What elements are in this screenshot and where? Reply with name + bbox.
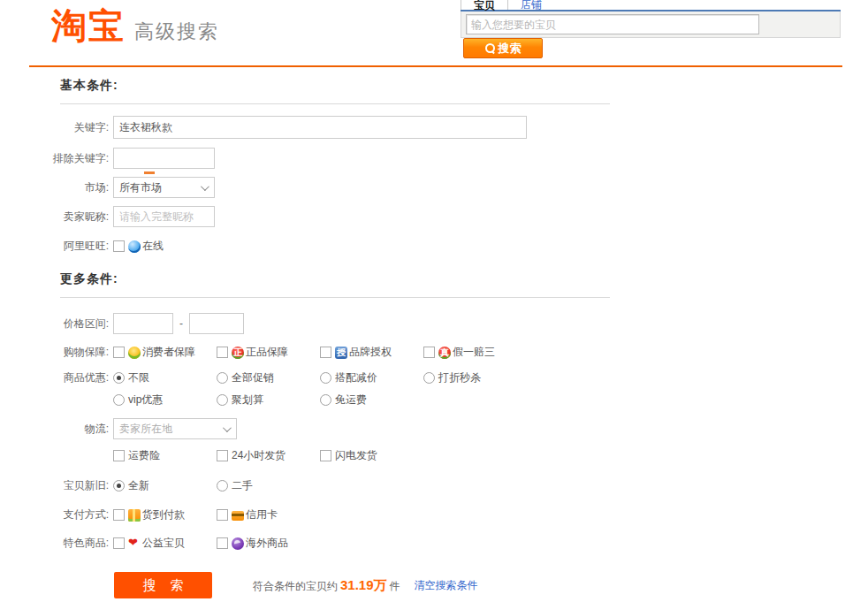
brand-authorization-checkbox[interactable] [320,347,331,358]
charity-items-checkbox[interactable] [113,537,125,549]
chevron-down-icon [223,423,232,432]
special-items-row: 特色商品: 公益宝贝 海外商品 [49,536,668,551]
tooltip-pointer [144,171,155,174]
authentic-badge-icon: 正 [232,347,244,359]
juhuasuan-radio[interactable] [217,394,228,406]
advanced-search-page: 淘宝 高级搜索 宝贝 店铺 搜索 基本条件: 关键字: 排除关键字: [0,0,868,602]
free-shipping-radio[interactable] [320,394,331,406]
authentic-guarantee-checkbox[interactable] [217,347,228,358]
special-items-label: 特色商品: [49,536,113,551]
option-overseas-items[interactable]: 海外商品 [217,536,320,551]
exclude-keyword-label: 排除关键字: [49,151,113,166]
vip-discount-radio[interactable] [113,394,125,406]
option-fake-one-pay-three[interactable]: 真 假一赔三 [423,345,527,360]
discount-label: 商品优惠: [49,370,113,385]
seller-nick-label: 卖家昵称: [49,210,113,225]
logistics-select[interactable]: 卖家所在地 [113,418,237,439]
credit-card-checkbox[interactable] [217,509,228,521]
exclude-keyword-input[interactable] [113,148,215,169]
logistics-options: 运费险 24小时发货 闪电发货 [113,448,423,463]
mini-search-button[interactable]: 搜索 [463,38,543,58]
discount-options-row2: vip优惠 聚划算 免运费 [113,392,423,408]
genuine-badge-icon: 真 [438,347,451,359]
market-select[interactable]: 所有市场 [113,177,215,198]
page-header: 淘宝 高级搜索 宝贝 店铺 搜索 [0,0,868,66]
bundle-discount-radio[interactable] [320,372,331,384]
payment-options: 货到付款 信用卡 [113,507,320,522]
price-min-input[interactable] [113,313,173,334]
search-form: 基本条件: 关键字: 排除关键字: 市场: 所有市场 卖家昵称: 阿里旺旺: [49,78,668,598]
price-range-label: 价格区间: [49,316,113,331]
taobao-logo-text: 淘宝 [51,7,126,44]
option-juhuasuan[interactable]: 聚划算 [217,392,320,408]
cash-on-delivery-icon [128,509,141,522]
mini-search-input[interactable] [466,14,759,34]
credit-card-icon [232,511,244,521]
option-credit-card[interactable]: 信用卡 [217,507,320,522]
flash-sale-radio[interactable] [423,372,435,384]
option-second-hand[interactable]: 二手 [217,478,320,493]
market-row: 市场: 所有市场 [49,177,668,198]
wangwang-row: 阿里旺旺: 在线 [49,239,668,254]
seller-nick-row: 卖家昵称: [49,206,668,227]
condition-options: 全新 二手 [113,478,320,493]
tab-item[interactable]: 宝贝 [461,0,508,10]
special-options: 公益宝贝 海外商品 [113,536,320,551]
second-hand-radio[interactable] [217,480,228,492]
submit-search-button[interactable]: 搜 索 [114,572,212,598]
option-24h-shipping[interactable]: 24小时发货 [217,448,320,463]
clear-search-link[interactable]: 清空搜索条件 [415,578,478,593]
keyword-row: 关键字: [49,116,668,139]
charity-heart-icon [128,537,141,550]
option-no-limit[interactable]: 不限 [113,370,217,385]
option-brand-authorization[interactable]: 授 品牌授权 [320,345,423,360]
search-tabs: 宝贝 店铺 [461,0,841,11]
fake-one-pay-three-checkbox[interactable] [423,347,435,358]
exclude-keyword-row: 排除关键字: [49,148,668,169]
logistics-options-row: 运费险 24小时发货 闪电发货 [49,448,668,463]
keyword-input[interactable] [113,116,527,139]
logistics-select-value: 卖家所在地 [119,422,172,437]
section-divider [60,297,610,298]
no-limit-radio[interactable] [113,372,125,384]
option-flash-sale[interactable]: 打折秒杀 [423,370,527,385]
option-bundle-discount[interactable]: 搭配减价 [320,370,423,385]
lightning-shipping-checkbox[interactable] [320,450,331,461]
option-free-shipping[interactable]: 免运费 [320,392,423,408]
shipping-insurance-checkbox[interactable] [113,450,125,461]
brand-badge-icon: 授 [335,347,347,359]
price-max-input[interactable] [189,313,244,334]
brand-new-radio[interactable] [113,480,125,492]
price-range-row: 价格区间: - [49,313,668,334]
wangwang-label: 阿里旺旺: [49,239,113,254]
option-all-promotions[interactable]: 全部促销 [217,370,320,385]
search-icon [485,43,495,53]
shopping-protection-row: 购物保障: 消费者保障 正 正品保障 授 品牌授权 [49,345,668,360]
option-cash-on-delivery[interactable]: 货到付款 [113,507,217,522]
all-promotions-radio[interactable] [217,372,228,384]
discount-options-row1: 不限 全部促销 搭配减价 打折秒杀 [113,370,527,385]
option-shipping-insurance[interactable]: 运费险 [113,448,217,463]
seller-nick-input[interactable] [113,206,215,227]
mini-search-button-label: 搜索 [499,41,522,57]
logistics-label: 物流: [49,422,113,437]
tab-shop[interactable]: 店铺 [508,0,554,10]
option-charity-items[interactable]: 公益宝贝 [113,536,217,551]
option-vip-discount[interactable]: vip优惠 [113,392,217,408]
wangwang-online-checkbox[interactable] [113,240,125,252]
page-title: 高级搜索 [134,19,219,45]
wangwang-online-option[interactable]: 在线 [113,239,217,254]
chevron-down-icon [201,182,209,191]
option-lightning-shipping[interactable]: 闪电发货 [320,448,423,463]
consumer-protection-checkbox[interactable] [113,347,125,358]
wangwang-icon [128,240,141,253]
section-divider [60,103,610,104]
option-consumer-protection[interactable]: 消费者保障 [113,345,217,360]
option-authentic-guarantee[interactable]: 正 正品保障 [217,345,320,360]
option-brand-new[interactable]: 全新 [113,478,217,493]
24h-shipping-checkbox[interactable] [217,450,228,461]
cash-on-delivery-checkbox[interactable] [113,509,125,521]
mini-search-module: 宝贝 店铺 搜索 [461,0,841,38]
overseas-items-checkbox[interactable] [217,537,228,549]
section-more-title: 更多条件: [60,271,668,287]
